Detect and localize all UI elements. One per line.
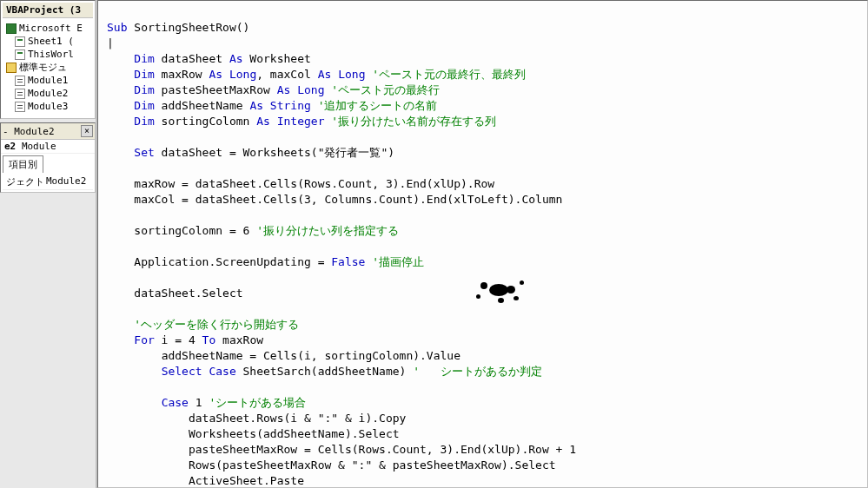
tree-node-thisworkbook[interactable]: ThisWorl — [4, 48, 91, 61]
code-token: maxRow — [215, 333, 263, 346]
properties-grid-row[interactable]: ジェクト Module2 — [3, 175, 93, 190]
properties-title: - Module2 — [3, 126, 55, 137]
project-tree: Microsoft E Sheet1 ( ThisWorl 標準モジュ Modu… — [3, 18, 93, 116]
code-token: As — [229, 52, 243, 65]
code-token: maxCol = dataSheet.Cells(3, Columns.Coun… — [134, 193, 562, 206]
code-token: Worksheets(addSheetName).Select — [189, 427, 400, 440]
code-token: Application.ScreenUpdating = — [134, 255, 331, 268]
tree-label: ThisWorl — [28, 48, 74, 61]
code-token: Worksheet — [243, 52, 311, 65]
code-token: maxRow — [155, 68, 209, 81]
properties-window: - Module2 × e2 Module 項目別 ジェクト Module2 — [0, 122, 96, 193]
code-token: As Integer — [256, 115, 324, 128]
tree-node-module3[interactable]: Module3 — [4, 100, 91, 113]
code-comment: 'ペースト元の最終行、最終列 — [365, 68, 526, 81]
code-comment: 'シートがある場合 — [209, 396, 306, 409]
project-explorer: VBAProject (3 Microsoft E Sheet1 ( ThisW… — [0, 0, 96, 119]
code-token: Case — [162, 396, 189, 409]
code-token: , maxCol — [256, 68, 317, 81]
code-token: Rows(pasteSheetMaxRow & ":" & pasteSheet… — [189, 458, 556, 472]
code-token: Dim — [134, 52, 154, 65]
code-token: addSheetName — [155, 99, 250, 112]
caret: | — [107, 36, 114, 49]
code-comment: '振り分けたい列を指定する — [256, 224, 399, 237]
code-token: False — [331, 255, 365, 268]
code-token: i = 4 — [155, 333, 202, 346]
code-token: As Long — [277, 83, 325, 96]
code-token: As String — [249, 99, 310, 112]
code-token: pasteSheetMaxRow = Cells(Rows.Count, 3).… — [189, 443, 576, 456]
excel-icon — [6, 23, 17, 34]
code-token: SortingSheetRow() — [127, 21, 249, 34]
tree-label: Module3 — [28, 100, 68, 113]
module-icon — [15, 76, 25, 86]
code-comment: ' シートがあるか判定 — [413, 365, 541, 378]
code-token: addSheetName = Cells(i, sortingColomn).V… — [162, 349, 461, 362]
code-token: dataSheet.Rows(i & ":" & i).Copy — [189, 412, 406, 425]
properties-tab-categorized[interactable]: 項目別 — [3, 155, 43, 173]
tree-label: Sheet1 ( — [28, 35, 74, 48]
left-panel: VBAProject (3 Microsoft E Sheet1 ( ThisW… — [0, 0, 97, 488]
property-value: Module2 — [46, 175, 86, 188]
code-comment: 'ヘッダーを除く行から開始する — [134, 318, 299, 331]
code-token: Dim — [134, 115, 154, 128]
code-token: SheetSarch(addSheetName) — [236, 365, 414, 378]
code-token: ActiveSheet.Paste — [189, 474, 304, 487]
properties-object-type: Module — [22, 141, 56, 152]
folder-icon — [6, 63, 17, 73]
tree-node-module2[interactable]: Module2 — [4, 87, 91, 100]
properties-header: - Module2 × — [1, 123, 95, 140]
code-token: sortingColomn = 6 — [134, 224, 256, 237]
code-token: pasteSheetMaxRow — [155, 83, 277, 96]
tree-label: 標準モジュ — [19, 61, 67, 74]
code-pane[interactable]: Sub SortingSheetRow() | Dim dataSheet As… — [97, 0, 868, 488]
properties-object-name: e2 — [4, 141, 16, 152]
code-token: Dim — [134, 99, 154, 112]
properties-object-row[interactable]: e2 Module — [1, 140, 95, 154]
project-title: VBAProject (3 — [3, 3, 93, 18]
code-token: Dim — [134, 83, 154, 96]
property-key: ジェクト — [6, 175, 46, 188]
tree-node-module1[interactable]: Module1 — [4, 74, 91, 87]
code-token: dataSheet — [155, 52, 229, 65]
code-comment: '振り分けたい名前が存在する列 — [324, 115, 496, 128]
code-token: Set — [134, 146, 154, 159]
module-icon — [15, 89, 25, 99]
code-editor[interactable]: Sub SortingSheetRow() | Dim dataSheet As… — [98, 1, 867, 488]
worksheet-icon — [15, 36, 25, 47]
workbook-icon — [15, 49, 25, 60]
code-token: As Long — [209, 68, 256, 81]
tree-label: Microsoft E — [19, 22, 83, 35]
close-icon[interactable]: × — [81, 125, 93, 137]
code-token: maxRow = dataSheet.Cells(Rows.Count, 3).… — [134, 177, 494, 190]
code-comment: 'ペースト元の最終行 — [324, 83, 440, 96]
module-icon — [15, 102, 25, 112]
code-token: For — [134, 333, 154, 346]
code-token: sortingColomn — [155, 115, 256, 128]
code-comment: '描画停止 — [365, 255, 424, 268]
properties-grid: ジェクト Module2 — [1, 173, 95, 192]
tree-node-sheet1[interactable]: Sheet1 ( — [4, 35, 91, 48]
code-token: dataSheet = Worksheets("発行者一覧") — [155, 146, 394, 159]
tree-node-ms-excel[interactable]: Microsoft E — [4, 22, 91, 35]
code-token: Sub — [107, 21, 127, 34]
code-token: dataSheet.Select — [134, 287, 242, 300]
code-token: Dim — [134, 68, 154, 81]
code-token: As Long — [318, 68, 366, 81]
code-token: Select Case — [162, 365, 236, 378]
code-token: To — [202, 333, 216, 346]
code-comment: '追加するシートの名前 — [311, 99, 438, 112]
tree-label: Module2 — [28, 87, 68, 100]
code-token: 1 — [189, 396, 209, 409]
app-root: VBAProject (3 Microsoft E Sheet1 ( ThisW… — [0, 0, 868, 488]
tree-label: Module1 — [28, 74, 68, 87]
tree-node-modules-folder[interactable]: 標準モジュ — [4, 61, 91, 74]
